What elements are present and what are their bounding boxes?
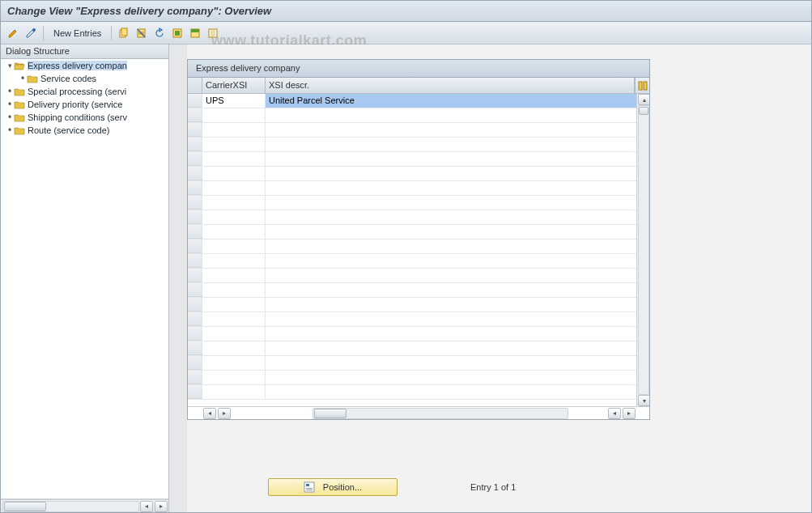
cell-carrierxsi[interactable] xyxy=(202,385,266,399)
table-row[interactable] xyxy=(188,254,636,269)
cell-carrierxsi[interactable] xyxy=(202,269,266,282)
cell-carrierxsi[interactable] xyxy=(202,225,266,239)
row-selector[interactable] xyxy=(188,210,202,224)
cell-xsi-descr[interactable]: United Parcel Service xyxy=(266,94,636,108)
undo-change-icon[interactable] xyxy=(152,26,167,40)
row-selector[interactable] xyxy=(188,356,202,370)
cell-carrierxsi[interactable] xyxy=(202,254,266,268)
row-selector[interactable] xyxy=(188,283,202,297)
cell-carrierxsi[interactable] xyxy=(202,167,266,180)
row-selector-header[interactable] xyxy=(188,78,202,93)
table-row[interactable] xyxy=(188,312,636,327)
scroll-up-icon[interactable]: ▴ xyxy=(638,94,649,105)
cell-xsi-descr[interactable] xyxy=(266,254,636,268)
column-carrierxsi[interactable]: CarrierXSI xyxy=(202,78,266,93)
row-selector[interactable] xyxy=(188,327,202,341)
table-row[interactable] xyxy=(188,269,636,283)
toggle-display-change-icon[interactable] xyxy=(6,26,20,40)
cell-carrierxsi[interactable] xyxy=(202,341,266,355)
other-view-icon[interactable] xyxy=(23,26,38,40)
row-selector[interactable] xyxy=(188,152,202,166)
configure-columns-icon[interactable] xyxy=(635,78,649,93)
table-row[interactable] xyxy=(188,123,636,138)
table-row[interactable] xyxy=(188,225,636,240)
table-row[interactable] xyxy=(188,283,636,298)
table-row[interactable] xyxy=(188,298,636,312)
cell-xsi-descr[interactable] xyxy=(266,312,636,326)
scroll-right-icon[interactable]: ▸ xyxy=(155,501,168,512)
cell-xsi-descr[interactable] xyxy=(266,371,636,384)
row-selector[interactable] xyxy=(188,196,202,210)
tree-node[interactable]: •Special processing (servi xyxy=(1,85,168,98)
row-selector[interactable] xyxy=(188,225,202,239)
tree-horizontal-scrollbar[interactable]: ◂ ▸ xyxy=(1,499,168,512)
row-selector[interactable] xyxy=(188,254,202,268)
cell-carrierxsi[interactable] xyxy=(202,123,266,137)
scroll-right-icon[interactable]: ▸ xyxy=(623,408,636,419)
tree-node[interactable]: •Route (service code) xyxy=(1,124,168,137)
table-row[interactable] xyxy=(188,138,636,152)
row-selector[interactable] xyxy=(188,138,202,151)
scroll-down-icon[interactable]: ▾ xyxy=(638,395,649,406)
cell-xsi-descr[interactable] xyxy=(266,385,636,399)
cell-xsi-descr[interactable] xyxy=(266,298,636,312)
table-row[interactable] xyxy=(188,167,636,181)
row-selector[interactable] xyxy=(188,167,202,180)
tree-node[interactable]: ▾Express delivery compan xyxy=(1,59,168,72)
delete-icon[interactable] xyxy=(134,26,149,40)
grid-horizontal-scrollbar[interactable]: ◂ ▸ ◂ ▸ xyxy=(188,406,649,419)
cell-carrierxsi[interactable] xyxy=(202,371,266,384)
row-selector[interactable] xyxy=(188,123,202,137)
row-selector[interactable] xyxy=(188,269,202,282)
cell-carrierxsi[interactable] xyxy=(202,327,266,341)
scroll-left-icon[interactable]: ◂ xyxy=(608,408,621,419)
table-row[interactable] xyxy=(188,108,636,123)
tree-expand-icon[interactable]: ▾ xyxy=(6,61,14,70)
deselect-all-icon[interactable] xyxy=(206,26,220,40)
cell-xsi-descr[interactable] xyxy=(266,225,636,239)
cell-xsi-descr[interactable] xyxy=(266,269,636,282)
cell-carrierxsi[interactable] xyxy=(202,356,266,370)
row-selector[interactable] xyxy=(188,385,202,399)
table-row[interactable]: UPSUnited Parcel Service xyxy=(188,94,636,108)
row-selector[interactable] xyxy=(188,341,202,355)
cell-carrierxsi[interactable] xyxy=(202,240,266,253)
cell-xsi-descr[interactable] xyxy=(266,341,636,355)
cell-carrierxsi[interactable] xyxy=(202,181,266,195)
cell-xsi-descr[interactable] xyxy=(266,167,636,180)
cell-xsi-descr[interactable] xyxy=(266,108,636,122)
scroll-left-icon[interactable]: ◂ xyxy=(203,408,216,419)
cell-xsi-descr[interactable] xyxy=(266,138,636,151)
row-selector[interactable] xyxy=(188,240,202,253)
new-entries-button[interactable]: New Entries xyxy=(49,27,106,40)
row-selector[interactable] xyxy=(188,298,202,312)
cell-carrierxsi[interactable] xyxy=(202,283,266,297)
cell-carrierxsi[interactable] xyxy=(202,108,266,122)
tree-node[interactable]: •Service codes xyxy=(1,72,168,85)
tree-node[interactable]: •Delivery priority (service xyxy=(1,98,168,111)
table-row[interactable] xyxy=(188,196,636,210)
row-selector[interactable] xyxy=(188,181,202,195)
table-row[interactable] xyxy=(188,371,636,385)
cell-xsi-descr[interactable] xyxy=(266,283,636,297)
cell-xsi-descr[interactable] xyxy=(266,123,636,137)
table-row[interactable] xyxy=(188,327,636,341)
cell-xsi-descr[interactable] xyxy=(266,356,636,370)
table-row[interactable] xyxy=(188,181,636,196)
cell-xsi-descr[interactable] xyxy=(266,196,636,210)
dialog-structure-tree[interactable]: ▾Express delivery compan•Service codes•S… xyxy=(1,59,168,499)
cell-carrierxsi[interactable] xyxy=(202,152,266,166)
row-selector[interactable] xyxy=(188,371,202,384)
scroll-right-icon[interactable]: ▸ xyxy=(218,408,231,419)
cell-carrierxsi[interactable] xyxy=(202,312,266,326)
select-block-icon[interactable] xyxy=(188,26,202,40)
scroll-left-icon[interactable]: ◂ xyxy=(140,501,153,512)
table-row[interactable] xyxy=(188,152,636,167)
table-row[interactable] xyxy=(188,240,636,254)
cell-xsi-descr[interactable] xyxy=(266,210,636,224)
table-row[interactable] xyxy=(188,385,636,400)
table-row[interactable] xyxy=(188,210,636,225)
cell-carrierxsi[interactable]: UPS xyxy=(202,94,266,108)
row-selector[interactable] xyxy=(188,312,202,326)
grid-vertical-scrollbar[interactable]: ▴ ▾ xyxy=(636,94,649,406)
